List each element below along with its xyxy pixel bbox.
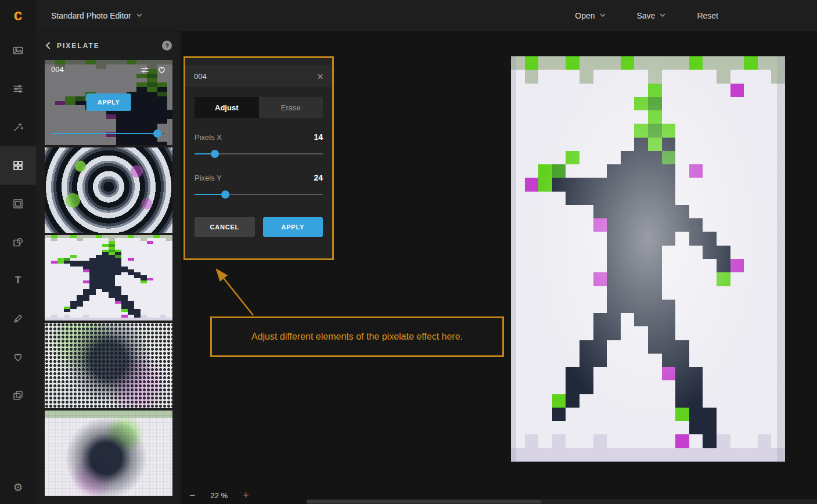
zoom-in-button[interactable]: + [243,490,249,501]
gear-icon: ⚙ [13,481,23,494]
logo-glyph: c [13,8,22,23]
close-icon[interactable]: × [317,71,323,82]
effect-thumbnail[interactable] [45,235,172,321]
sidebar-item-text[interactable]: T [0,261,36,300]
sidebar-item-borders[interactable] [0,376,36,415]
sidebar-item-frame[interactable] [0,185,36,223]
save-menu[interactable]: Save [637,11,666,20]
cancel-button[interactable]: CANCEL [195,217,255,237]
effect-preview-image [45,235,172,321]
pixels-y-control: Pixels Y 24 [195,173,323,199]
zoom-out-button[interactable]: − [189,490,196,501]
tool-sidebar: T ⚙ [0,31,36,504]
effect-thumbnail[interactable] [45,147,172,233]
pixels-x-value: 14 [314,132,323,142]
help-icon[interactable]: ? [162,41,172,51]
text-icon: T [15,275,21,286]
slider-handle[interactable] [153,129,161,138]
pixels-y-value: 24 [314,173,323,182]
sidebar-item-overlays[interactable] [0,223,36,261]
open-label: Open [575,11,595,20]
chevron-down-icon [600,13,606,17]
pixels-x-label: Pixels X [195,133,222,142]
chevron-down-icon [660,13,665,17]
reset-label: Reset [697,11,718,20]
canvas-area: 004 × Adjust Erase Pixels X 14 Pixels Y [181,31,817,504]
pixels-x-control: Pixels X 14 [195,132,323,159]
effect-thumbnail-004-selected[interactable]: 004 APPLY [45,60,172,145]
reset-button[interactable]: Reset [697,11,718,20]
dialog-tabs: Adjust Erase [195,97,323,118]
effect-label: 004 [51,65,64,74]
editor-title-dropdown[interactable]: Standard Photo Editor [51,11,142,20]
effect-intensity-slider[interactable] [52,129,165,138]
save-label: Save [637,11,656,20]
tutorial-annotation: Adjust different elements of the pixelat… [210,316,504,357]
pixelated-figure [511,56,785,462]
sliders-icon [12,83,24,95]
open-menu[interactable]: Open [575,11,605,20]
sidebar-item-magic-wand[interactable] [0,108,36,146]
frame-icon [12,198,24,210]
zoom-level: 22 % [211,491,228,500]
dialog-title: 004 [194,72,317,81]
panel-title: PIXELATE [57,42,100,50]
magic-wand-icon [12,121,24,133]
sidebar-item-image[interactable] [0,31,36,70]
sidebar-item-draw[interactable] [0,300,36,338]
sidebar-item-settings[interactable]: ⚙ [0,470,36,504]
draw-pen-icon [12,313,24,325]
pixels-y-slider[interactable] [195,190,323,199]
effects-panel: PIXELATE ? 004 APPLY [36,31,181,504]
effect-thumbnail-list: 004 APPLY [36,60,181,496]
sidebar-item-effects[interactable] [0,146,36,185]
dialog-header: 004 × [185,65,332,87]
effects-grid-icon [12,160,24,171]
tab-adjust[interactable]: Adjust [195,97,259,118]
image-icon [12,45,24,56]
sidebar-item-adjustments[interactable] [0,70,36,108]
back-chevron-icon[interactable] [45,42,51,49]
effect-apply-button[interactable]: APPLY [87,93,131,111]
top-bar: c Standard Photo Editor Open Save Reset [0,0,817,31]
heart-icon [12,351,24,363]
effects-panel-header: PIXELATE ? [36,31,181,60]
pixels-y-label: Pixels Y [195,174,222,182]
app-logo[interactable]: c [0,0,36,31]
sidebar-item-favorites[interactable] [0,338,36,376]
effect-thumbnail[interactable] [45,411,172,496]
editor-title: Standard Photo Editor [51,11,131,20]
scrollbar-thumb[interactable] [307,500,541,503]
slider-handle[interactable] [221,190,229,199]
annotation-text: Adjust different elements of the pixelat… [251,332,463,342]
apply-button[interactable]: APPLY [263,217,323,237]
effect-adjust-dialog: 004 × Adjust Erase Pixels X 14 Pixels Y [183,56,334,260]
overlay-icon [12,236,24,248]
slider-handle[interactable] [211,150,219,158]
favorite-heart-icon[interactable] [157,65,167,75]
edited-image [511,56,785,462]
horizontal-scrollbar [307,499,817,504]
tab-erase[interactable]: Erase [259,97,323,118]
layers-icon [12,390,24,401]
chevron-down-icon [136,13,142,17]
pixels-x-slider[interactable] [195,149,323,159]
zoom-controls: − 22 % + [189,490,249,501]
effect-thumbnail[interactable] [45,323,172,408]
effect-settings-icon[interactable] [140,65,150,75]
